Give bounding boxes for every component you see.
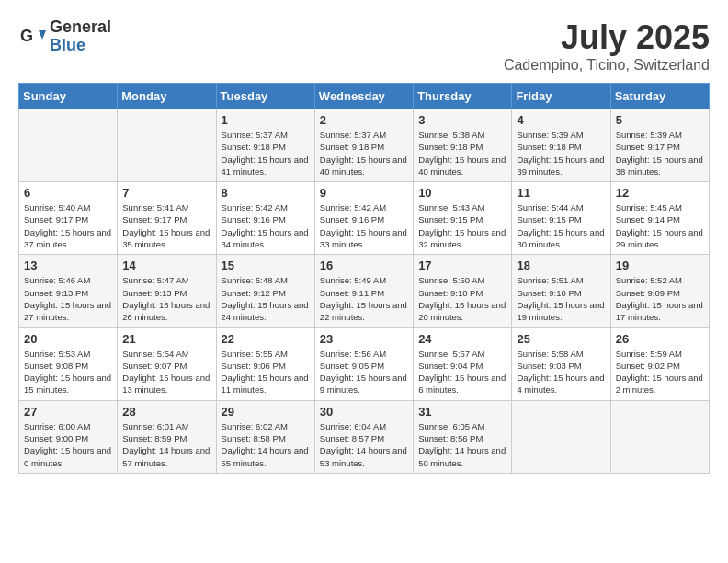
day-info: Sunrise: 5:44 AMSunset: 9:15 PMDaylight:… bbox=[517, 201, 605, 250]
day-info: Sunrise: 5:52 AMSunset: 9:09 PMDaylight:… bbox=[616, 274, 704, 323]
day-number: 23 bbox=[320, 332, 408, 346]
day-number: 20 bbox=[24, 332, 112, 346]
calendar-cell bbox=[118, 109, 216, 182]
calendar-cell: 31Sunrise: 6:05 AMSunset: 8:56 PMDayligh… bbox=[414, 400, 512, 473]
calendar-cell: 28Sunrise: 6:01 AMSunset: 8:59 PMDayligh… bbox=[118, 400, 216, 473]
day-info: Sunrise: 5:38 AMSunset: 9:18 PMDaylight:… bbox=[418, 129, 506, 178]
calendar-cell: 18Sunrise: 5:51 AMSunset: 9:10 PMDayligh… bbox=[512, 255, 610, 327]
day-number: 31 bbox=[418, 405, 506, 419]
calendar-cell: 20Sunrise: 5:53 AMSunset: 9:08 PMDayligh… bbox=[19, 327, 118, 400]
day-info: Sunrise: 5:59 AMSunset: 9:02 PMDaylight:… bbox=[616, 348, 704, 396]
calendar-cell: 2Sunrise: 5:37 AMSunset: 9:18 PMDaylight… bbox=[314, 109, 413, 182]
calendar-cell: 19Sunrise: 5:52 AMSunset: 9:09 PMDayligh… bbox=[610, 255, 709, 327]
calendar-cell: 25Sunrise: 5:58 AMSunset: 9:03 PMDayligh… bbox=[512, 327, 610, 400]
day-info: Sunrise: 5:55 AMSunset: 9:06 PMDaylight:… bbox=[222, 348, 310, 396]
day-number: 9 bbox=[320, 186, 408, 200]
calendar-cell: 13Sunrise: 5:46 AMSunset: 9:13 PMDayligh… bbox=[19, 255, 118, 327]
day-info: Sunrise: 5:41 AMSunset: 9:17 PMDaylight:… bbox=[122, 201, 210, 250]
day-number: 12 bbox=[616, 186, 704, 200]
day-info: Sunrise: 6:01 AMSunset: 8:59 PMDaylight:… bbox=[122, 420, 210, 469]
logo: G General Blue bbox=[18, 18, 111, 55]
day-number: 25 bbox=[517, 332, 605, 346]
calendar-cell: 1Sunrise: 5:37 AMSunset: 9:18 PMDaylight… bbox=[216, 109, 314, 182]
calendar-cell: 21Sunrise: 5:54 AMSunset: 9:07 PMDayligh… bbox=[118, 327, 216, 400]
day-info: Sunrise: 5:46 AMSunset: 9:13 PMDaylight:… bbox=[24, 274, 112, 323]
weekday-header-row: SundayMondayTuesdayWednesdayThursdayFrid… bbox=[19, 84, 710, 109]
day-number: 2 bbox=[320, 113, 408, 127]
calendar-cell: 8Sunrise: 5:42 AMSunset: 9:16 PMDaylight… bbox=[216, 182, 314, 255]
weekday-header-friday: Friday bbox=[512, 84, 610, 109]
calendar-cell: 12Sunrise: 5:45 AMSunset: 9:14 PMDayligh… bbox=[610, 182, 709, 255]
month-title: July 2025 bbox=[504, 18, 710, 57]
day-info: Sunrise: 5:39 AMSunset: 9:17 PMDaylight:… bbox=[616, 129, 704, 178]
day-number: 26 bbox=[616, 332, 704, 346]
day-number: 3 bbox=[418, 113, 506, 127]
day-number: 22 bbox=[222, 332, 310, 346]
calendar-cell bbox=[19, 109, 118, 182]
logo-icon: G bbox=[18, 23, 46, 51]
weekday-header-wednesday: Wednesday bbox=[314, 84, 413, 109]
day-info: Sunrise: 5:51 AMSunset: 9:10 PMDaylight:… bbox=[517, 274, 605, 323]
day-number: 1 bbox=[222, 113, 310, 127]
weekday-header-thursday: Thursday bbox=[414, 84, 512, 109]
day-info: Sunrise: 5:40 AMSunset: 9:17 PMDaylight:… bbox=[24, 201, 112, 250]
day-info: Sunrise: 6:04 AMSunset: 8:57 PMDaylight:… bbox=[320, 420, 408, 469]
day-info: Sunrise: 5:37 AMSunset: 9:18 PMDaylight:… bbox=[320, 129, 408, 178]
calendar-week-row: 1Sunrise: 5:37 AMSunset: 9:18 PMDaylight… bbox=[19, 109, 710, 182]
day-number: 18 bbox=[517, 259, 605, 272]
location-title: Cadempino, Ticino, Switzerland bbox=[504, 57, 710, 74]
day-number: 5 bbox=[616, 113, 704, 127]
calendar-cell: 24Sunrise: 5:57 AMSunset: 9:04 PMDayligh… bbox=[414, 327, 512, 400]
weekday-header-saturday: Saturday bbox=[610, 84, 709, 109]
day-number: 16 bbox=[320, 259, 408, 272]
day-number: 24 bbox=[418, 332, 506, 346]
calendar-cell: 27Sunrise: 6:00 AMSunset: 9:00 PMDayligh… bbox=[19, 400, 118, 473]
weekday-header-monday: Monday bbox=[118, 84, 216, 109]
day-number: 21 bbox=[122, 332, 210, 346]
day-number: 11 bbox=[517, 186, 605, 200]
day-info: Sunrise: 5:50 AMSunset: 9:10 PMDaylight:… bbox=[418, 274, 506, 323]
svg-marker-1 bbox=[39, 30, 46, 40]
calendar-week-row: 27Sunrise: 6:00 AMSunset: 9:00 PMDayligh… bbox=[19, 400, 710, 473]
day-number: 28 bbox=[122, 405, 210, 419]
calendar-week-row: 20Sunrise: 5:53 AMSunset: 9:08 PMDayligh… bbox=[19, 327, 710, 400]
weekday-header-sunday: Sunday bbox=[19, 84, 118, 109]
day-info: Sunrise: 5:48 AMSunset: 9:12 PMDaylight:… bbox=[222, 274, 310, 323]
calendar-cell: 16Sunrise: 5:49 AMSunset: 9:11 PMDayligh… bbox=[314, 255, 413, 327]
day-info: Sunrise: 5:58 AMSunset: 9:03 PMDaylight:… bbox=[517, 348, 605, 396]
day-number: 27 bbox=[24, 405, 112, 419]
day-info: Sunrise: 6:00 AMSunset: 9:00 PMDaylight:… bbox=[24, 420, 112, 469]
calendar-cell bbox=[610, 400, 709, 473]
calendar-cell: 22Sunrise: 5:55 AMSunset: 9:06 PMDayligh… bbox=[216, 327, 314, 400]
logo-general-text: General bbox=[50, 18, 111, 37]
day-info: Sunrise: 5:42 AMSunset: 9:16 PMDaylight:… bbox=[320, 201, 408, 250]
day-number: 15 bbox=[222, 259, 310, 272]
calendar-table: SundayMondayTuesdayWednesdayThursdayFrid… bbox=[18, 83, 710, 474]
calendar-cell: 10Sunrise: 5:43 AMSunset: 9:15 PMDayligh… bbox=[414, 182, 512, 255]
calendar-cell: 17Sunrise: 5:50 AMSunset: 9:10 PMDayligh… bbox=[414, 255, 512, 327]
logo-blue-text: Blue bbox=[50, 37, 111, 55]
day-number: 19 bbox=[616, 259, 704, 272]
day-number: 4 bbox=[517, 113, 605, 127]
day-number: 17 bbox=[418, 259, 506, 272]
day-number: 7 bbox=[122, 186, 210, 200]
calendar-cell: 23Sunrise: 5:56 AMSunset: 9:05 PMDayligh… bbox=[314, 327, 413, 400]
day-number: 10 bbox=[418, 186, 506, 200]
day-number: 8 bbox=[222, 186, 310, 200]
day-info: Sunrise: 5:57 AMSunset: 9:04 PMDaylight:… bbox=[418, 348, 506, 396]
calendar-cell bbox=[512, 400, 610, 473]
calendar-week-row: 13Sunrise: 5:46 AMSunset: 9:13 PMDayligh… bbox=[19, 255, 710, 327]
title-block: July 2025 Cadempino, Ticino, Switzerland bbox=[504, 18, 710, 74]
day-info: Sunrise: 6:02 AMSunset: 8:58 PMDaylight:… bbox=[222, 420, 310, 469]
day-info: Sunrise: 5:49 AMSunset: 9:11 PMDaylight:… bbox=[320, 274, 408, 323]
calendar-cell: 3Sunrise: 5:38 AMSunset: 9:18 PMDaylight… bbox=[414, 109, 512, 182]
day-number: 30 bbox=[320, 405, 408, 419]
day-info: Sunrise: 5:45 AMSunset: 9:14 PMDaylight:… bbox=[616, 201, 704, 250]
day-number: 6 bbox=[24, 186, 112, 200]
day-info: Sunrise: 5:37 AMSunset: 9:18 PMDaylight:… bbox=[222, 129, 310, 178]
logo-text: General Blue bbox=[50, 18, 111, 55]
page-header: G General Blue July 2025 Cadempino, Tici… bbox=[18, 18, 710, 74]
day-info: Sunrise: 6:05 AMSunset: 8:56 PMDaylight:… bbox=[418, 420, 506, 469]
calendar-cell: 5Sunrise: 5:39 AMSunset: 9:17 PMDaylight… bbox=[610, 109, 709, 182]
weekday-header-tuesday: Tuesday bbox=[216, 84, 314, 109]
